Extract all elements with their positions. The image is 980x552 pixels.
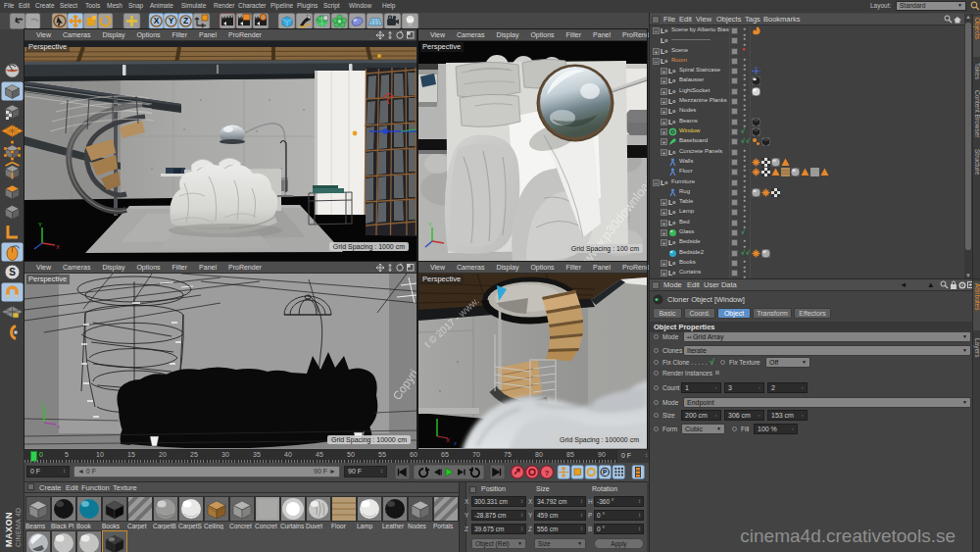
svg-text:x: x <box>57 424 60 429</box>
svg-text:X: X <box>56 244 60 250</box>
svg-text:z: z <box>454 440 457 446</box>
svg-text:X: X <box>446 437 450 443</box>
svg-text:X: X <box>154 16 160 25</box>
svg-text:S: S <box>9 267 16 277</box>
svg-text:P: P <box>603 469 608 476</box>
svg-text:?: ? <box>545 469 550 477</box>
svg-text:Y: Y <box>169 16 174 25</box>
svg-text:Z: Z <box>183 16 188 25</box>
svg-text:Y: Y <box>38 222 42 227</box>
svg-text:Y: Y <box>40 401 44 407</box>
